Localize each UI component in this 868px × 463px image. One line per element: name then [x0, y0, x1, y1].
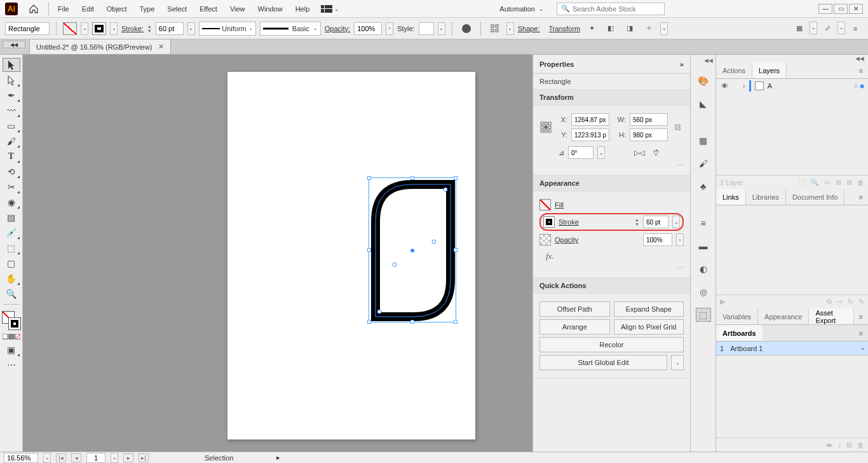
links-menu-icon[interactable]: ≡	[854, 189, 868, 205]
zoom-input[interactable]	[4, 453, 38, 463]
y-input[interactable]	[571, 128, 609, 141]
status-more-icon[interactable]: ▸	[276, 453, 280, 462]
colorguide-panel-icon[interactable]: ◣	[696, 97, 711, 111]
stroke-profile[interactable]: Uniform⌄	[199, 22, 256, 36]
search-input[interactable]	[573, 5, 655, 13]
minimize-button[interactable]: —	[818, 4, 832, 14]
paintbrush-tool[interactable]: 🖌	[3, 134, 20, 148]
rotation-input[interactable]	[568, 146, 593, 159]
w-input[interactable]	[630, 113, 668, 126]
edit-toolbar[interactable]: ⋯	[3, 358, 20, 372]
rotate-tool[interactable]: ⟲	[3, 165, 20, 179]
stroke-swatch-panel[interactable]	[543, 216, 555, 228]
selection-bounding-box[interactable]	[369, 177, 456, 322]
selection-tool[interactable]	[3, 58, 20, 72]
automation-menu[interactable]: Automation⌄	[493, 5, 550, 13]
menu-window[interactable]: Window	[252, 0, 289, 18]
visibility-icon[interactable]: 👁	[720, 82, 729, 90]
tab-docinfo[interactable]: Document Info	[786, 189, 845, 205]
close-button[interactable]: ✕	[849, 4, 863, 14]
reference-point-icon[interactable]	[539, 121, 552, 134]
eyedropper-tool[interactable]: 💉	[3, 226, 20, 240]
menu-select[interactable]: Select	[161, 0, 193, 18]
menu-type[interactable]: Type	[133, 0, 161, 18]
transparency-panel-icon[interactable]: ◐	[696, 262, 711, 276]
zoom-tool[interactable]: 🔍	[3, 287, 20, 301]
shapebuilder-tool[interactable]: ⬚	[3, 241, 20, 255]
menu-object[interactable]: Object	[100, 0, 133, 18]
tab-layers[interactable]: Layers	[752, 62, 787, 78]
gradient-panel-icon[interactable]: ▬	[696, 239, 711, 253]
search-layer-icon[interactable]: 🔍	[810, 178, 819, 186]
next-artboard-icon[interactable]: ▸	[123, 453, 133, 462]
recolor-icon[interactable]	[459, 22, 474, 36]
artboard-name[interactable]: Artboard 1	[730, 345, 763, 352]
tab-variables[interactable]: Variables	[716, 308, 758, 324]
new-sublayer-icon[interactable]: ⊞	[836, 178, 841, 186]
gradient-tool[interactable]: ▤	[3, 211, 20, 225]
link-wh-icon[interactable]: ⛓	[674, 123, 681, 131]
brushes-panel-icon[interactable]: 🖌	[696, 156, 711, 170]
stroke-weight-input[interactable]	[156, 22, 184, 35]
swatches-panel-icon[interactable]: ▦	[696, 134, 711, 148]
tab-actions[interactable]: Actions	[716, 62, 752, 78]
more-appearance-icon[interactable]: ⋯	[539, 264, 684, 272]
width-tool[interactable]: ◉	[3, 195, 20, 209]
expand-dock-icon[interactable]: ◀◀	[704, 57, 713, 64]
stroke-weight-panel[interactable]	[643, 216, 668, 228]
goto-link-icon[interactable]: ⇨	[837, 298, 843, 306]
tab-appearance[interactable]: Appearance	[758, 308, 809, 324]
color-panel-icon[interactable]: 🎨	[696, 74, 711, 88]
artboard-row[interactable]: 1 Artboard 1 ▫	[716, 342, 868, 356]
target-icon[interactable]: ○ ■	[854, 82, 864, 90]
fill-stroke-swatch[interactable]	[2, 311, 21, 330]
grid-icon[interactable]: ▦	[792, 22, 807, 36]
edit-link-icon[interactable]: ✎	[858, 298, 864, 306]
menu-effect[interactable]: Effect	[193, 0, 224, 18]
search-stock[interactable]: 🔍	[557, 3, 665, 15]
layer-row[interactable]: 👁 › A ○ ■	[716, 79, 868, 93]
ab-reorder-icon[interactable]: ↕	[838, 441, 842, 449]
appearance-panel-icon[interactable]: ◎	[696, 285, 711, 299]
menu-view[interactable]: View	[224, 0, 252, 18]
last-artboard-icon[interactable]: ▸|	[139, 453, 149, 462]
document-tab[interactable]: Untitled-2* @ 16.56% (RGB/Preview)✕	[29, 39, 171, 54]
workspace-switcher[interactable]: ⌄	[321, 0, 339, 18]
symbols-panel-icon[interactable]: ♣	[696, 179, 711, 193]
collapse-tools-icon[interactable]: ◀◀	[3, 41, 25, 48]
fill-swatch-panel[interactable]	[539, 199, 551, 211]
layer-name[interactable]: A	[768, 82, 772, 90]
artboard-options-icon[interactable]: ▫	[862, 345, 864, 352]
brush-def[interactable]: Basic⌄	[260, 22, 321, 36]
curvature-tool[interactable]: 〰	[3, 104, 20, 118]
clip-icon[interactable]: ▭	[824, 178, 831, 186]
menu-edit[interactable]: Edit	[76, 0, 100, 18]
layers-menu-icon[interactable]: ≡	[854, 62, 868, 78]
show-link-icon[interactable]: ▶	[720, 298, 725, 306]
collapse-icon[interactable]: »	[680, 60, 684, 68]
color-modes[interactable]	[3, 333, 20, 342]
opacity-input[interactable]	[354, 22, 382, 35]
menu-file[interactable]: File	[51, 0, 76, 18]
pen-tool[interactable]: ✒	[3, 88, 20, 102]
canvas[interactable]	[23, 55, 532, 452]
locate-icon[interactable]: ⬚	[799, 178, 805, 186]
tab-asset-export[interactable]: Asset Export	[809, 308, 853, 324]
artboards-menu-icon[interactable]: ≡	[854, 325, 868, 341]
expand-shape-button[interactable]: Expand Shape	[614, 301, 684, 317]
artboard-tool[interactable]: ▢	[3, 256, 20, 270]
first-artboard-icon[interactable]: |◂	[56, 453, 66, 462]
maximize-button[interactable]: ▭	[834, 4, 848, 14]
snap-icon[interactable]: ⤢	[820, 22, 835, 36]
graphicstyles-panel-icon[interactable]: ⬚	[696, 308, 711, 322]
tab-libraries[interactable]: Libraries	[746, 189, 786, 205]
flip-v-icon[interactable]: ▽̂	[653, 149, 658, 157]
stroke-dd[interactable]: ⌄	[110, 22, 118, 35]
edit-shape-icon[interactable]: ◧	[603, 22, 618, 36]
prev-artboard-icon[interactable]: ◂	[71, 453, 81, 462]
scissors-tool[interactable]: ✂	[3, 180, 20, 194]
fill-swatch[interactable]	[63, 22, 77, 35]
rectangle-tool[interactable]: ▭	[3, 119, 20, 133]
expand-right-icon[interactable]: ◀◀	[716, 55, 868, 62]
fx-icon[interactable]: fx.	[539, 249, 684, 264]
